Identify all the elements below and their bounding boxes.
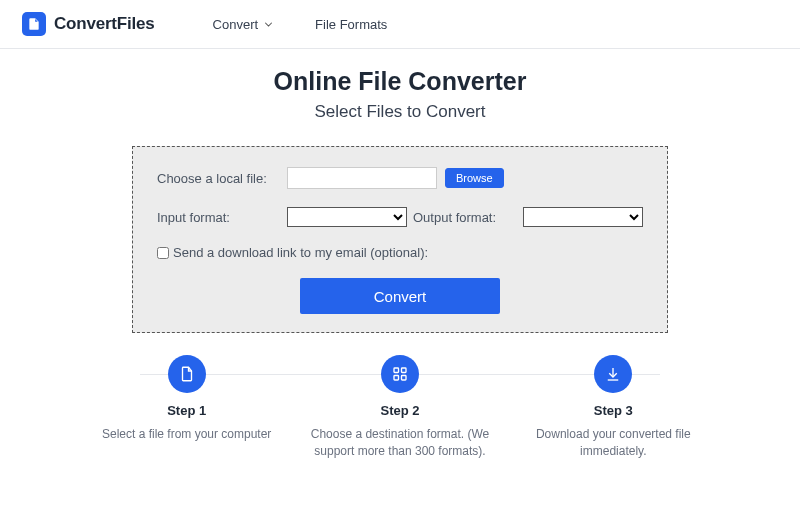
step-2: Step 2 Choose a destination format. (We … xyxy=(293,355,506,460)
nav-file-formats[interactable]: File Formats xyxy=(315,17,387,32)
chevron-down-icon xyxy=(264,20,273,29)
brand-logo[interactable]: ConvertFiles xyxy=(22,12,155,36)
svg-rect-3 xyxy=(401,376,406,381)
label-choose-file: Choose a local file: xyxy=(157,171,287,186)
step-2-title: Step 2 xyxy=(299,403,500,418)
step-3-title: Step 3 xyxy=(513,403,714,418)
label-output-format: Output format: xyxy=(413,210,496,225)
nav-links: Convert File Formats xyxy=(213,17,388,32)
label-email-option: Send a download link to my email (option… xyxy=(173,245,428,260)
file-icon xyxy=(168,355,206,393)
nav-convert-label: Convert xyxy=(213,17,259,32)
svg-rect-0 xyxy=(394,368,399,373)
brand-name: ConvertFiles xyxy=(54,14,155,34)
row-choose-file: Choose a local file: Browse xyxy=(157,167,643,189)
svg-rect-1 xyxy=(401,368,406,373)
input-format-select[interactable] xyxy=(287,207,407,227)
convert-panel: Choose a local file: Browse Input format… xyxy=(132,146,668,333)
steps: Step 1 Select a file from your computer … xyxy=(80,355,720,460)
row-formats: Input format: Output format: xyxy=(157,207,643,227)
grid-icon xyxy=(381,355,419,393)
step-3: Step 3 Download your converted file imme… xyxy=(507,355,720,460)
page-title: Online File Converter xyxy=(0,67,800,96)
email-checkbox[interactable] xyxy=(157,247,169,259)
step-2-desc: Choose a destination format. (We support… xyxy=(299,426,500,460)
download-icon xyxy=(594,355,632,393)
step-1: Step 1 Select a file from your computer xyxy=(80,355,293,460)
hero: Online File Converter Select Files to Co… xyxy=(0,49,800,132)
svg-rect-2 xyxy=(394,376,399,381)
step-1-title: Step 1 xyxy=(86,403,287,418)
convert-button[interactable]: Convert xyxy=(300,278,500,314)
logo-icon xyxy=(22,12,46,36)
row-email-option: Send a download link to my email (option… xyxy=(157,245,643,260)
page-subtitle: Select Files to Convert xyxy=(0,102,800,122)
step-3-desc: Download your converted file immediately… xyxy=(513,426,714,460)
top-nav: ConvertFiles Convert File Formats xyxy=(0,0,800,49)
step-1-desc: Select a file from your computer xyxy=(86,426,287,443)
output-format-select[interactable] xyxy=(523,207,643,227)
nav-formats-label: File Formats xyxy=(315,17,387,32)
nav-convert[interactable]: Convert xyxy=(213,17,274,32)
file-input[interactable] xyxy=(287,167,437,189)
label-input-format: Input format: xyxy=(157,210,287,225)
browse-button[interactable]: Browse xyxy=(445,168,504,188)
